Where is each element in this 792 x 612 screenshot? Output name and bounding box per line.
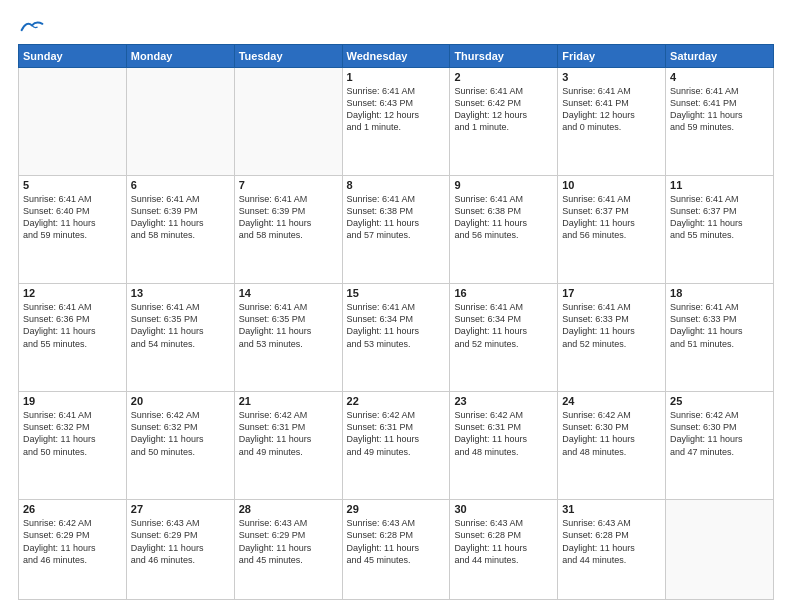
calendar-cell: 10Sunrise: 6:41 AMSunset: 6:37 PMDayligh…	[558, 176, 666, 284]
day-number: 15	[347, 287, 446, 299]
cell-content: Sunrise: 6:41 AMSunset: 6:39 PMDaylight:…	[239, 193, 338, 242]
calendar-week-3: 19Sunrise: 6:41 AMSunset: 6:32 PMDayligh…	[19, 392, 774, 500]
calendar-cell: 25Sunrise: 6:42 AMSunset: 6:30 PMDayligh…	[666, 392, 774, 500]
day-number: 17	[562, 287, 661, 299]
calendar-cell: 29Sunrise: 6:43 AMSunset: 6:28 PMDayligh…	[342, 500, 450, 600]
day-number: 7	[239, 179, 338, 191]
cell-content: Sunrise: 6:42 AMSunset: 6:32 PMDaylight:…	[131, 409, 230, 458]
logo	[18, 16, 44, 34]
cell-content: Sunrise: 6:43 AMSunset: 6:28 PMDaylight:…	[562, 517, 661, 566]
calendar-cell: 20Sunrise: 6:42 AMSunset: 6:32 PMDayligh…	[126, 392, 234, 500]
cell-content: Sunrise: 6:41 AMSunset: 6:37 PMDaylight:…	[562, 193, 661, 242]
weekday-header-friday: Friday	[558, 45, 666, 68]
cell-content: Sunrise: 6:41 AMSunset: 6:34 PMDaylight:…	[347, 301, 446, 350]
cell-content: Sunrise: 6:41 AMSunset: 6:34 PMDaylight:…	[454, 301, 553, 350]
cell-content: Sunrise: 6:41 AMSunset: 6:33 PMDaylight:…	[562, 301, 661, 350]
cell-content: Sunrise: 6:41 AMSunset: 6:35 PMDaylight:…	[131, 301, 230, 350]
calendar-cell: 1Sunrise: 6:41 AMSunset: 6:43 PMDaylight…	[342, 68, 450, 176]
weekday-header-wednesday: Wednesday	[342, 45, 450, 68]
day-number: 20	[131, 395, 230, 407]
calendar-cell: 4Sunrise: 6:41 AMSunset: 6:41 PMDaylight…	[666, 68, 774, 176]
calendar-cell: 27Sunrise: 6:43 AMSunset: 6:29 PMDayligh…	[126, 500, 234, 600]
calendar-week-1: 5Sunrise: 6:41 AMSunset: 6:40 PMDaylight…	[19, 176, 774, 284]
calendar-cell: 15Sunrise: 6:41 AMSunset: 6:34 PMDayligh…	[342, 284, 450, 392]
calendar-week-4: 26Sunrise: 6:42 AMSunset: 6:29 PMDayligh…	[19, 500, 774, 600]
day-number: 30	[454, 503, 553, 515]
calendar-cell: 31Sunrise: 6:43 AMSunset: 6:28 PMDayligh…	[558, 500, 666, 600]
cell-content: Sunrise: 6:41 AMSunset: 6:32 PMDaylight:…	[23, 409, 122, 458]
cell-content: Sunrise: 6:42 AMSunset: 6:29 PMDaylight:…	[23, 517, 122, 566]
day-number: 1	[347, 71, 446, 83]
cell-content: Sunrise: 6:42 AMSunset: 6:30 PMDaylight:…	[670, 409, 769, 458]
day-number: 11	[670, 179, 769, 191]
day-number: 6	[131, 179, 230, 191]
calendar-cell: 24Sunrise: 6:42 AMSunset: 6:30 PMDayligh…	[558, 392, 666, 500]
cell-content: Sunrise: 6:42 AMSunset: 6:31 PMDaylight:…	[347, 409, 446, 458]
day-number: 21	[239, 395, 338, 407]
weekday-header-monday: Monday	[126, 45, 234, 68]
weekday-header-sunday: Sunday	[19, 45, 127, 68]
calendar-cell: 5Sunrise: 6:41 AMSunset: 6:40 PMDaylight…	[19, 176, 127, 284]
calendar-table: SundayMondayTuesdayWednesdayThursdayFrid…	[18, 44, 774, 600]
day-number: 28	[239, 503, 338, 515]
calendar-cell: 30Sunrise: 6:43 AMSunset: 6:28 PMDayligh…	[450, 500, 558, 600]
cell-content: Sunrise: 6:41 AMSunset: 6:38 PMDaylight:…	[454, 193, 553, 242]
calendar-cell: 18Sunrise: 6:41 AMSunset: 6:33 PMDayligh…	[666, 284, 774, 392]
calendar-cell: 26Sunrise: 6:42 AMSunset: 6:29 PMDayligh…	[19, 500, 127, 600]
day-number: 10	[562, 179, 661, 191]
cell-content: Sunrise: 6:41 AMSunset: 6:41 PMDaylight:…	[562, 85, 661, 134]
day-number: 19	[23, 395, 122, 407]
calendar-cell	[666, 500, 774, 600]
calendar-cell	[19, 68, 127, 176]
calendar-cell: 6Sunrise: 6:41 AMSunset: 6:39 PMDaylight…	[126, 176, 234, 284]
calendar-cell: 21Sunrise: 6:42 AMSunset: 6:31 PMDayligh…	[234, 392, 342, 500]
day-number: 31	[562, 503, 661, 515]
calendar-cell: 12Sunrise: 6:41 AMSunset: 6:36 PMDayligh…	[19, 284, 127, 392]
calendar-cell: 7Sunrise: 6:41 AMSunset: 6:39 PMDaylight…	[234, 176, 342, 284]
day-number: 12	[23, 287, 122, 299]
cell-content: Sunrise: 6:41 AMSunset: 6:33 PMDaylight:…	[670, 301, 769, 350]
calendar-cell: 3Sunrise: 6:41 AMSunset: 6:41 PMDaylight…	[558, 68, 666, 176]
cell-content: Sunrise: 6:41 AMSunset: 6:36 PMDaylight:…	[23, 301, 122, 350]
day-number: 22	[347, 395, 446, 407]
calendar-cell	[234, 68, 342, 176]
calendar-cell: 13Sunrise: 6:41 AMSunset: 6:35 PMDayligh…	[126, 284, 234, 392]
day-number: 18	[670, 287, 769, 299]
header	[18, 16, 774, 34]
calendar-cell: 17Sunrise: 6:41 AMSunset: 6:33 PMDayligh…	[558, 284, 666, 392]
day-number: 5	[23, 179, 122, 191]
cell-content: Sunrise: 6:41 AMSunset: 6:42 PMDaylight:…	[454, 85, 553, 134]
day-number: 9	[454, 179, 553, 191]
cell-content: Sunrise: 6:43 AMSunset: 6:29 PMDaylight:…	[239, 517, 338, 566]
logo-bird-icon	[20, 18, 44, 36]
day-number: 2	[454, 71, 553, 83]
calendar-cell: 22Sunrise: 6:42 AMSunset: 6:31 PMDayligh…	[342, 392, 450, 500]
calendar-week-2: 12Sunrise: 6:41 AMSunset: 6:36 PMDayligh…	[19, 284, 774, 392]
calendar-cell: 19Sunrise: 6:41 AMSunset: 6:32 PMDayligh…	[19, 392, 127, 500]
cell-content: Sunrise: 6:41 AMSunset: 6:37 PMDaylight:…	[670, 193, 769, 242]
cell-content: Sunrise: 6:42 AMSunset: 6:31 PMDaylight:…	[454, 409, 553, 458]
day-number: 16	[454, 287, 553, 299]
day-number: 25	[670, 395, 769, 407]
cell-content: Sunrise: 6:43 AMSunset: 6:28 PMDaylight:…	[454, 517, 553, 566]
calendar-cell: 14Sunrise: 6:41 AMSunset: 6:35 PMDayligh…	[234, 284, 342, 392]
weekday-header-tuesday: Tuesday	[234, 45, 342, 68]
cell-content: Sunrise: 6:41 AMSunset: 6:43 PMDaylight:…	[347, 85, 446, 134]
day-number: 3	[562, 71, 661, 83]
page: SundayMondayTuesdayWednesdayThursdayFrid…	[0, 0, 792, 612]
day-number: 27	[131, 503, 230, 515]
day-number: 14	[239, 287, 338, 299]
cell-content: Sunrise: 6:41 AMSunset: 6:41 PMDaylight:…	[670, 85, 769, 134]
cell-content: Sunrise: 6:43 AMSunset: 6:28 PMDaylight:…	[347, 517, 446, 566]
calendar-cell: 11Sunrise: 6:41 AMSunset: 6:37 PMDayligh…	[666, 176, 774, 284]
cell-content: Sunrise: 6:42 AMSunset: 6:30 PMDaylight:…	[562, 409, 661, 458]
day-number: 8	[347, 179, 446, 191]
cell-content: Sunrise: 6:41 AMSunset: 6:40 PMDaylight:…	[23, 193, 122, 242]
cell-content: Sunrise: 6:41 AMSunset: 6:35 PMDaylight:…	[239, 301, 338, 350]
day-number: 29	[347, 503, 446, 515]
calendar-cell	[126, 68, 234, 176]
weekday-header-saturday: Saturday	[666, 45, 774, 68]
calendar-week-0: 1Sunrise: 6:41 AMSunset: 6:43 PMDaylight…	[19, 68, 774, 176]
calendar-cell: 28Sunrise: 6:43 AMSunset: 6:29 PMDayligh…	[234, 500, 342, 600]
calendar-cell: 9Sunrise: 6:41 AMSunset: 6:38 PMDaylight…	[450, 176, 558, 284]
